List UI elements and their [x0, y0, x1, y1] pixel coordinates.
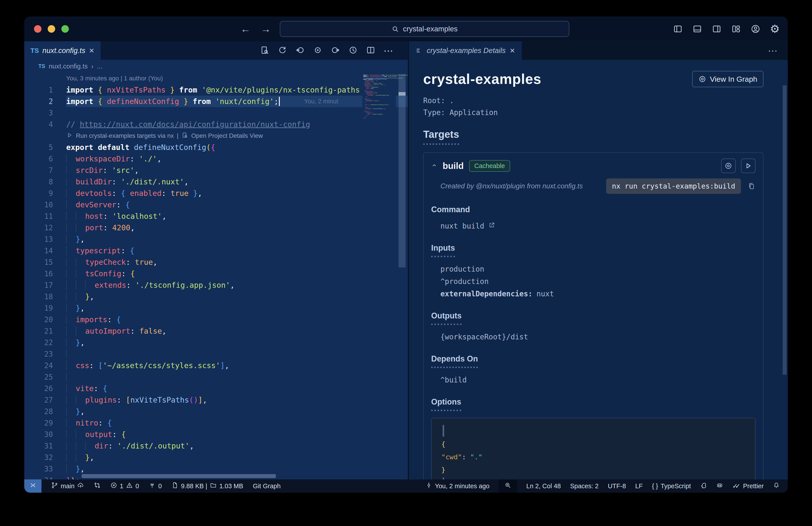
line-number: 14	[24, 246, 66, 255]
command-center-search[interactable]: crystal-examples	[280, 21, 569, 37]
target-name[interactable]: build	[443, 161, 464, 171]
status-git-branch[interactable]: main	[51, 479, 84, 493]
customize-layout-icon[interactable]	[731, 24, 741, 34]
status-notifications[interactable]	[773, 479, 780, 493]
status-encoding[interactable]: UTF-8	[608, 479, 626, 493]
line-content: vite: {	[66, 383, 408, 394]
line-number: 8	[24, 177, 66, 186]
line-content: },	[66, 337, 408, 348]
accounts-icon[interactable]	[751, 24, 760, 34]
status-git-graph[interactable]: Git Graph	[253, 479, 281, 493]
status-git-compare[interactable]	[94, 479, 101, 493]
play-icon	[744, 162, 752, 170]
code-line: 27 plugins: [nxViteTsPaths()],	[24, 394, 408, 406]
open-changes-icon[interactable]	[260, 45, 270, 56]
play-outline-icon[interactable]	[66, 132, 73, 140]
status-blame-status[interactable]: You, 2 minutes ago	[425, 479, 489, 493]
copy-icon[interactable]	[748, 182, 755, 190]
compare-current-icon[interactable]	[313, 45, 323, 56]
navigate-forward-icon[interactable]: →	[261, 23, 271, 35]
status-remote-indicator[interactable]	[24, 479, 42, 493]
code-line: 23	[24, 348, 408, 360]
line-content: autoImport: false,	[66, 325, 408, 337]
panel-scrollbar[interactable]	[783, 85, 787, 375]
navigate-back-icon[interactable]: ←	[241, 23, 251, 35]
section-heading: Outputs	[431, 311, 462, 325]
section-depends-on: Depends On^build	[431, 354, 755, 386]
refresh-icon[interactable]	[278, 45, 287, 56]
line-content: import { defineNuxtConfig } from 'nuxt/c…	[66, 96, 408, 107]
minimize-window-button[interactable]	[48, 25, 55, 33]
line-number: 20	[24, 315, 66, 324]
compare-next-icon[interactable]	[331, 45, 340, 56]
code-line: 26 vite: {	[24, 383, 408, 394]
status-squirrel-status[interactable]	[700, 479, 707, 493]
screen: ← → crystal-examples ⚙ TS nuxt.config.ts…	[0, 0, 812, 526]
view-in-graph-button[interactable]: View In Graph	[692, 71, 764, 87]
details-tab-bar: crystal-examples Details ✕ ⋯	[409, 41, 788, 60]
code-line: 20 imports: {	[24, 314, 408, 325]
line-number: 31	[24, 442, 66, 450]
run-target-button[interactable]	[741, 158, 755, 173]
project-details-body: crystal-examples View In Graph Root: . T…	[409, 60, 788, 479]
more-actions-icon[interactable]: ⋯	[768, 41, 788, 60]
target-card-build: build Cacheable Created by @nx/nuxt/p	[423, 152, 764, 479]
section-heading: Command	[431, 205, 470, 214]
copilot-icon	[716, 482, 723, 490]
tab-project-details[interactable]: crystal-examples Details ✕	[409, 41, 522, 60]
toggle-secondary-sidebar-icon[interactable]	[712, 24, 722, 34]
tab-nuxt-config[interactable]: TS nuxt.config.ts ✕	[24, 41, 101, 60]
breadcrumb[interactable]: TS nuxt.config.ts › ...	[24, 60, 408, 73]
line-number: 5	[24, 143, 66, 152]
view-target-in-graph-button[interactable]	[721, 158, 736, 173]
status-cursor-position[interactable]: Ln 2, Col 48	[526, 479, 561, 493]
more-actions-icon[interactable]: ⋯	[383, 45, 394, 56]
breadcrumb-more[interactable]: ...	[97, 62, 102, 70]
close-window-button[interactable]	[34, 25, 42, 33]
settings-gear-icon[interactable]: ⚙	[770, 24, 780, 34]
line-number: 1	[24, 86, 66, 94]
editor-vertical-scrollbar[interactable]	[398, 74, 406, 267]
project-root: Root: .	[423, 95, 764, 106]
history-icon[interactable]	[348, 45, 358, 56]
close-tab-icon[interactable]: ✕	[510, 47, 515, 55]
typescript-file-icon: TS	[30, 47, 39, 54]
status-problems[interactable]: 10	[110, 479, 139, 493]
line-number: 30	[24, 430, 66, 439]
line-number: 33	[24, 465, 66, 473]
code-editor[interactable]: You, 3 minutes ago | 1 author (You)1impo…	[24, 73, 408, 479]
status-ports[interactable]: 0	[149, 479, 162, 493]
toggle-panel-icon[interactable]	[692, 24, 702, 34]
status-prettier-status[interactable]: ✓✓Prettier	[733, 479, 764, 493]
section-item: ^production	[440, 275, 755, 288]
status-zoom-indicator[interactable]	[499, 479, 517, 493]
code-line: 3	[24, 107, 408, 118]
status-file-size[interactable]: 9.88 KB |1.03 MB	[172, 479, 243, 493]
line-content: },	[66, 291, 408, 302]
codelens-open-details-link[interactable]: Open Project Details View	[191, 132, 263, 139]
toggle-primary-sidebar-icon[interactable]	[673, 24, 683, 34]
status-copilot-status[interactable]	[716, 479, 723, 493]
line-number: 7	[24, 166, 66, 175]
options-json-block[interactable]: { "cwd": "."}	[431, 418, 755, 479]
collapse-chevron-icon[interactable]	[431, 162, 437, 169]
editor-horizontal-scrollbar[interactable]	[82, 474, 276, 478]
breadcrumb-file[interactable]: nuxt.config.ts	[49, 62, 88, 70]
line-number: 18	[24, 293, 66, 301]
codelens-run-link[interactable]: Run crystal-examples targets via nx	[76, 132, 174, 139]
status-indentation[interactable]: Spaces: 2	[570, 479, 599, 493]
compare-previous-icon[interactable]	[295, 45, 305, 56]
status-eol[interactable]: LF	[635, 479, 643, 493]
status-language-mode[interactable]: { }TypeScript	[652, 479, 691, 493]
maximize-window-button[interactable]	[61, 25, 69, 33]
line-content: },	[66, 233, 408, 245]
line-content: export default defineNuxtConfig({	[66, 142, 408, 153]
code-line: 2import { defineNuxtConfig } from 'nuxt/…	[24, 96, 408, 107]
nx-run-command-chip[interactable]: nx run crystal-examples:build	[606, 179, 741, 194]
editor-pane: TS nuxt.config.ts ✕ ⋯ TS nuxt.config.ts …	[24, 41, 408, 479]
minimap[interactable]: import { nxViteTsPaths } from '@nx/vite/…	[362, 74, 396, 120]
page-search-icon[interactable]	[182, 132, 188, 140]
external-link-icon[interactable]	[488, 220, 495, 232]
split-editor-icon[interactable]	[366, 45, 376, 56]
close-tab-icon[interactable]: ✕	[89, 47, 95, 55]
